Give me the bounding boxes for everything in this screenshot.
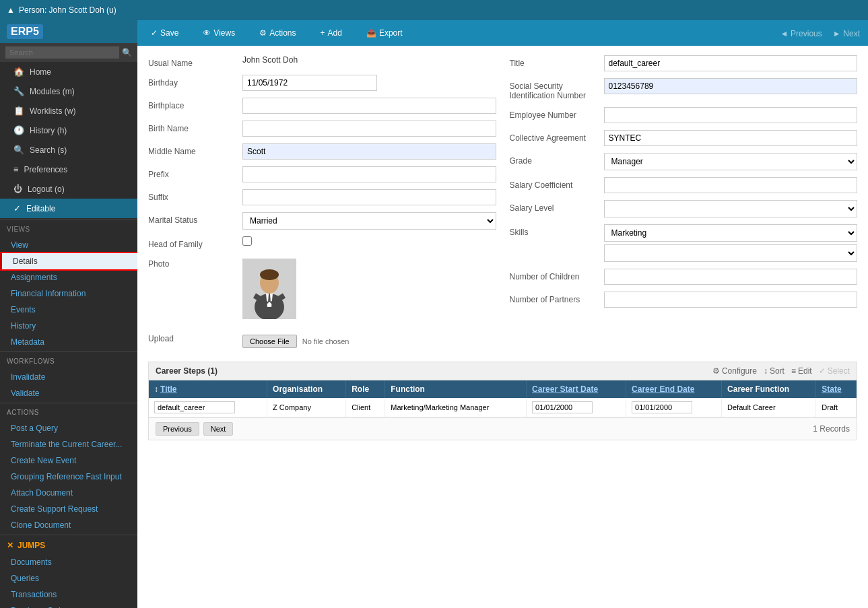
sidebar-item-attach-doc[interactable]: Attach Document <box>0 485 137 501</box>
sidebar-item-history-view[interactable]: History <box>0 318 137 334</box>
marital-status-select[interactable]: Married Single Divorced Widowed <box>242 212 496 230</box>
salary-level-row: Salary Level <box>510 200 858 217</box>
skills-select-2[interactable] <box>604 244 858 262</box>
actions-section-label: ACTIONS <box>0 405 137 420</box>
social-security-input[interactable] <box>604 78 858 94</box>
sort-button[interactable]: ↕ Sort <box>764 366 784 376</box>
sidebar-item-purchase-order[interactable]: Purchase Order <box>0 603 137 608</box>
suffix-input[interactable] <box>242 189 496 205</box>
select-button[interactable]: ✓ Select <box>819 366 850 376</box>
number-of-children-field <box>604 269 858 285</box>
career-row-organisation: Z Company <box>267 398 346 417</box>
export-button[interactable]: 📤 Export <box>361 26 408 40</box>
sidebar-item-create-event[interactable]: Create New Event <box>0 452 137 469</box>
sidebar-item-home[interactable]: 🏠 Home <box>0 62 137 81</box>
save-icon: ✓ <box>151 28 158 38</box>
app-logo: ERP5 <box>7 24 43 39</box>
search-icon[interactable]: 🔍 <box>122 48 132 57</box>
configure-button[interactable]: ⚙ Configure <box>712 366 757 376</box>
previous-button[interactable]: ◄ Previous <box>780 28 822 38</box>
employee-number-field <box>604 107 858 123</box>
career-end-date-col-link[interactable]: Career End Date <box>632 384 694 394</box>
number-of-partners-input[interactable] <box>604 292 858 308</box>
col-header-organisation: Organisation <box>267 380 346 398</box>
next-button[interactable]: ► Next <box>833 28 860 38</box>
breadcrumb: Person: John Scott Doh (u) <box>19 5 116 15</box>
sidebar-item-create-support[interactable]: Create Support Request <box>0 501 137 517</box>
sidebar-item-post-query[interactable]: Post a Query <box>0 420 137 436</box>
career-end-date-input[interactable]: 01/01/2000 <box>632 401 692 413</box>
search-input[interactable] <box>5 46 119 59</box>
sidebar-item-view[interactable]: View <box>0 237 137 253</box>
sidebar-item-editable[interactable]: ✓ Editable <box>0 199 137 218</box>
career-start-date-input[interactable]: 01/01/2000 <box>532 401 593 413</box>
career-title: Career Steps (1) <box>156 366 218 376</box>
save-button[interactable]: ✓ Save <box>145 26 184 40</box>
sidebar-item-clone-doc[interactable]: Clone Document <box>0 517 137 533</box>
skills-select-1[interactable]: Marketing <box>604 224 858 242</box>
employee-number-input[interactable] <box>604 107 858 123</box>
birthday-input[interactable] <box>242 75 377 91</box>
add-button[interactable]: + Add <box>315 26 347 40</box>
career-table: ↕ Title Organisation Role Function <box>149 380 857 417</box>
middle-name-input[interactable] <box>242 143 496 160</box>
title-input[interactable] <box>604 55 858 71</box>
grade-select[interactable]: Manager Senior Manager Director <box>604 153 858 170</box>
choose-file-button[interactable]: Choose File <box>242 335 297 348</box>
sidebar-item-preferences[interactable]: ≡ Preferences <box>0 160 137 179</box>
col-header-function: Function <box>385 380 527 398</box>
table-row: default_career Z Company Client Marketin… <box>149 398 857 417</box>
workflows-section-label: WORKFLOWS <box>0 353 137 369</box>
sidebar-item-search[interactable]: 🔍 Search (s) <box>0 140 137 160</box>
career-title-input[interactable]: default_career <box>154 401 235 413</box>
sidebar-item-queries[interactable]: Queries <box>0 570 137 586</box>
add-icon: + <box>321 28 325 38</box>
state-col-link[interactable]: State <box>822 384 841 394</box>
collective-agreement-input[interactable] <box>604 130 858 146</box>
sidebar-item-history[interactable]: 🕐 History (h) <box>0 121 137 140</box>
sidebar-item-assignments[interactable]: Assignments <box>0 269 137 285</box>
sidebar-item-invalidate[interactable]: Invalidate <box>0 369 137 385</box>
logout-icon: ⏻ <box>13 184 22 194</box>
career-next-button[interactable]: Next <box>203 422 234 436</box>
sidebar-item-financial-info[interactable]: Financial Information <box>0 285 137 302</box>
upload-row: Upload Choose File No file chosen <box>148 331 496 348</box>
sidebar-item-metadata[interactable]: Metadata <box>0 334 137 350</box>
sidebar-item-transactions[interactable]: Transactions <box>0 586 137 603</box>
number-of-partners-row: Number of Partners <box>510 292 858 308</box>
sidebar-item-grouping-ref[interactable]: Grouping Reference Fast Input <box>0 469 137 485</box>
number-of-children-input[interactable] <box>604 269 858 285</box>
home-icon: 🏠 <box>13 67 24 77</box>
sidebar-item-events[interactable]: Events <box>0 302 137 318</box>
sidebar-item-documents[interactable]: Documents <box>0 554 137 570</box>
birth-name-input[interactable] <box>242 121 496 137</box>
edit-button[interactable]: ≡ Edit <box>791 366 812 376</box>
birthplace-field <box>242 98 496 114</box>
career-start-date-col-link[interactable]: Career Start Date <box>532 384 598 394</box>
number-of-children-label: Number of Children <box>510 269 604 281</box>
col-header-state: State <box>816 380 857 398</box>
marital-status-label: Marital Status <box>148 212 242 225</box>
sidebar-item-validate[interactable]: Validate <box>0 385 137 401</box>
title-col-link[interactable]: Title <box>160 384 176 394</box>
views-button[interactable]: 👁 Views <box>197 26 240 40</box>
birthplace-input[interactable] <box>242 98 496 114</box>
employee-number-row: Employee Number <box>510 107 858 123</box>
history-icon: 🕐 <box>13 125 24 135</box>
birth-name-label: Birth Name <box>148 121 242 133</box>
sidebar-item-modules[interactable]: 🔧 Modules (m) <box>0 81 137 101</box>
prefix-input[interactable] <box>242 166 496 182</box>
upload-field: Choose File No file chosen <box>242 331 496 348</box>
career-previous-button[interactable]: Previous <box>156 422 199 436</box>
sidebar-item-details[interactable]: Details <box>0 253 137 269</box>
salary-level-select[interactable] <box>604 200 858 217</box>
sidebar-item-worklists[interactable]: 📋 Worklists (w) <box>0 101 137 121</box>
actions-button[interactable]: ⚙ Actions <box>254 26 301 40</box>
salary-coefficient-input[interactable] <box>604 177 858 193</box>
sidebar-item-logout[interactable]: ⏻ Logout (o) <box>0 179 137 199</box>
head-of-family-checkbox[interactable] <box>242 236 252 246</box>
form-left-col: Usual Name John Scott Doh Birthday Birth… <box>148 55 496 355</box>
col-header-role: Role <box>346 380 385 398</box>
sidebar-search-container: 🔍 <box>0 43 137 62</box>
sidebar-item-terminate-career[interactable]: Terminate the Current Career... <box>0 436 137 452</box>
